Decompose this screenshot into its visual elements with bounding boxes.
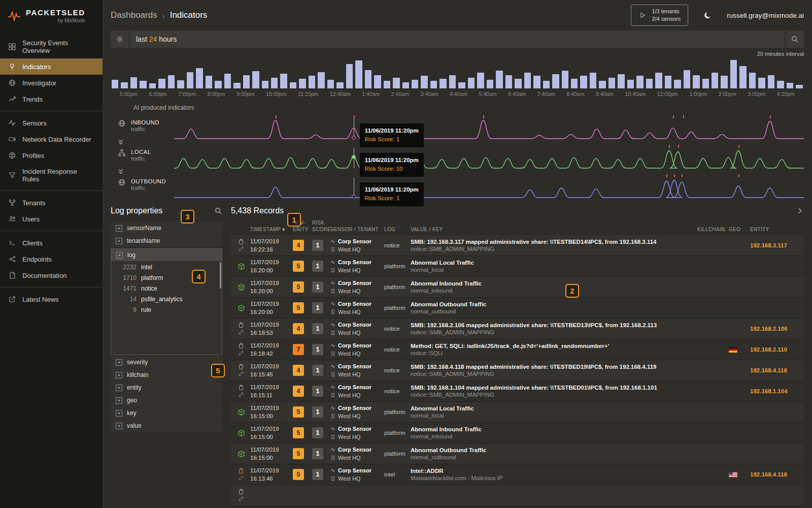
expand-icon[interactable]: + <box>116 252 123 259</box>
timeline-bar[interactable] <box>140 81 146 88</box>
log-property-sensorName[interactable]: +sensorName <box>111 222 222 235</box>
table-row[interactable]: 11/07/201916:15:1141Corp SensorWest HQno… <box>231 381 804 402</box>
expand-icon[interactable]: + <box>116 359 122 366</box>
sidebar-item-clients[interactable]: Clients <box>0 235 103 251</box>
column-header-log[interactable]: LOG <box>384 227 411 233</box>
chevrons-down-icon[interactable] <box>117 168 125 176</box>
timeline-bar[interactable] <box>787 83 793 88</box>
timeline-bar[interactable] <box>739 66 746 88</box>
traffic-chart[interactable]: 11/06/2019 11:20pmRisk Score: 1 <box>174 172 804 202</box>
timeline-bar[interactable] <box>168 75 175 88</box>
sidebar-item-indicators[interactable]: Indicators <box>0 58 103 75</box>
timeline-bar[interactable] <box>693 75 699 88</box>
timeline-bar[interactable] <box>458 82 465 88</box>
expand-icon[interactable]: + <box>116 238 122 244</box>
log-child-notice[interactable]: 1471notice <box>111 283 222 294</box>
timeline-bar[interactable] <box>730 60 737 88</box>
sidebar-item-tenants[interactable]: Tenants <box>0 195 103 211</box>
timeline-bar[interactable] <box>187 72 193 88</box>
timeline-bar[interactable] <box>636 76 643 88</box>
sidebar-item-network-data-recorder[interactable]: Network Data Recorder <box>0 131 103 147</box>
user-email[interactable]: russell.gray@mixmode.ai <box>727 12 804 19</box>
timeline-bar[interactable] <box>243 75 250 88</box>
table-row[interactable]: 11/07/201916:18:4271Corp SensorWest HQno… <box>231 339 804 360</box>
sidebar-item-investigator[interactable]: Investigator <box>0 75 103 91</box>
timeline-bar[interactable] <box>449 75 456 88</box>
chevron-right-icon[interactable] <box>796 207 804 215</box>
timeline-bar[interactable] <box>749 73 756 88</box>
expand-icon[interactable]: + <box>116 397 122 404</box>
table-row[interactable]: 11/07/201916:20:0051Corp SensorWest HQpl… <box>231 256 804 277</box>
log-property-entity[interactable]: +entity <box>111 382 222 394</box>
timeline-bar[interactable] <box>271 78 278 88</box>
moon-icon[interactable] <box>703 11 712 19</box>
timeline-bar[interactable] <box>374 75 381 88</box>
timeline-bar[interactable] <box>346 64 353 88</box>
timeline-bar[interactable] <box>412 80 418 88</box>
table-row[interactable]: 11/07/201916:20:0051Corp SensorWest HQpl… <box>231 277 804 298</box>
column-header-killchain[interactable]: KILLCHAIN <box>697 227 729 233</box>
log-child-rule[interactable]: 9rule <box>111 304 222 315</box>
table-row[interactable]: 11/07/201916:22:1641Corp SensorWest HQno… <box>231 235 804 256</box>
timeline-bar[interactable] <box>299 79 306 88</box>
table-row[interactable]: 11/07/201916:15:0051Corp SensorWest HQpl… <box>231 402 804 423</box>
table-row[interactable]: 11/07/201916:15:0051Corp SensorWest HQpl… <box>231 423 804 443</box>
table-row[interactable]: 11/07/201916:15:0051Corp SensorWest HQpl… <box>231 443 804 464</box>
timeline-bar[interactable] <box>215 81 221 88</box>
timeline-bar[interactable] <box>599 81 605 88</box>
timeline-bar[interactable] <box>262 81 268 88</box>
cell-entity[interactable]: 192.168.3.117 <box>750 242 803 248</box>
breadcrumb-dashboards[interactable]: Dashboards <box>111 10 157 20</box>
column-header-value-key[interactable]: VALUE / KEY <box>411 227 697 233</box>
expand-icon[interactable]: + <box>116 225 122 232</box>
timeline-bar[interactable] <box>206 76 212 88</box>
timeline-bar[interactable] <box>327 80 334 88</box>
timeline-bar[interactable] <box>721 76 727 88</box>
timeline-bar[interactable] <box>543 81 550 88</box>
sidebar-item-documentation[interactable]: Documentation <box>0 267 103 283</box>
timeline-bar[interactable] <box>562 71 568 88</box>
timeline-bar[interactable] <box>646 79 653 88</box>
cell-entity[interactable]: 192.168.1.104 <box>750 388 803 394</box>
timeline-bar[interactable] <box>130 77 137 88</box>
timeline-bar[interactable] <box>590 73 596 88</box>
cell-entity[interactable]: 192.168.4.118 <box>750 471 803 478</box>
table-row[interactable]: 11/07/201916:15:4541Corp SensorWest HQno… <box>231 360 804 381</box>
log-property-value[interactable]: +value <box>111 420 222 432</box>
table-row[interactable] <box>231 485 804 506</box>
gear-icon[interactable] <box>111 30 130 48</box>
timeline-bar[interactable] <box>496 71 502 88</box>
table-row[interactable]: 11/07/201916:18:5341Corp SensorWest HQno… <box>231 319 804 339</box>
chevrons-down-icon[interactable] <box>117 138 125 146</box>
timeline-bar[interactable] <box>618 74 624 88</box>
log-child-psfile_analytics[interactable]: 14psfile_analytics <box>111 294 222 304</box>
log-properties-search-icon[interactable] <box>214 207 222 215</box>
timeline-bar[interactable] <box>365 70 371 88</box>
column-header-sensor-tenant[interactable]: SENSOR / TENANT <box>330 227 384 233</box>
sidebar-item-profiles[interactable]: Profiles <box>0 147 103 164</box>
timeline-bar[interactable] <box>393 78 399 88</box>
sidebar-item-users[interactable]: Users <box>0 211 103 227</box>
column-header-risk-score[interactable]: RISKSCORE <box>312 220 330 233</box>
timeline-bar[interactable] <box>355 60 362 88</box>
log-property-geo[interactable]: +geo <box>111 394 222 407</box>
timeline-bar[interactable] <box>684 70 690 88</box>
timeline-bar[interactable] <box>655 73 662 88</box>
sidebar-item-endpoints[interactable]: Endpoints <box>0 251 103 267</box>
timeline-bar[interactable] <box>487 80 493 88</box>
timeline-bar[interactable] <box>571 79 578 88</box>
timeline-bar[interactable] <box>674 80 681 88</box>
timeline-bar[interactable] <box>524 73 531 88</box>
tenants-sensors-button[interactable]: 1/3 tenants 2/4 sensors <box>631 5 688 26</box>
log-property-log[interactable]: +log <box>111 249 222 262</box>
column-header-entity[interactable]: ENTITY <box>750 227 803 233</box>
timeline-bar[interactable] <box>758 78 765 88</box>
timeline-bar[interactable] <box>580 76 587 88</box>
timeline-bar[interactable] <box>477 73 484 88</box>
cell-entity[interactable]: 192.168.2.106 <box>750 326 803 332</box>
log-property-severity[interactable]: +severity <box>111 356 222 369</box>
timeline-bar[interactable] <box>290 82 296 88</box>
table-row[interactable]: 11/07/201916:20:0051Corp SensorWest HQpl… <box>231 298 804 319</box>
timeline-bar[interactable] <box>158 79 165 88</box>
timeline-bar[interactable] <box>468 78 475 88</box>
